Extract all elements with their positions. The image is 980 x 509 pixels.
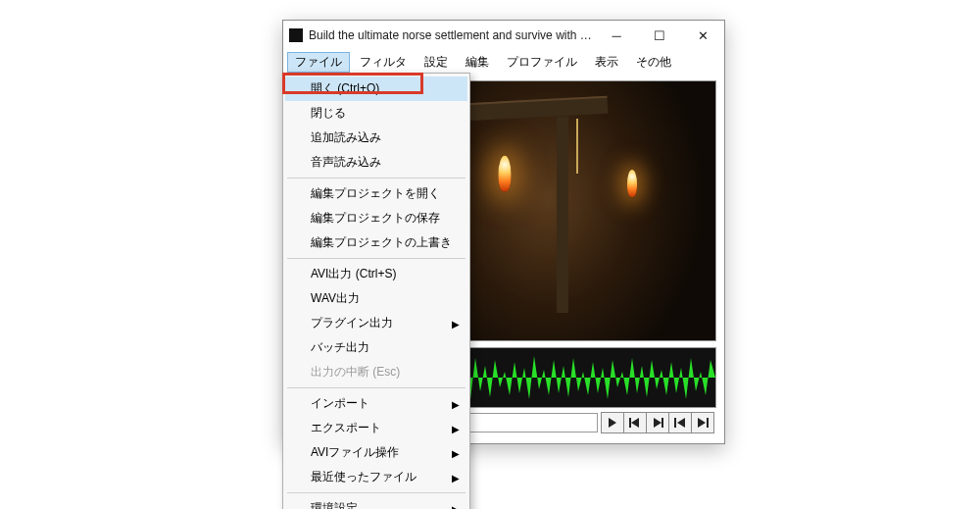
app-icon: [289, 28, 303, 42]
file-open-project[interactable]: 編集プロジェクトを開く: [285, 181, 467, 206]
svg-rect-3: [629, 418, 631, 428]
chevron-right-icon: ▶: [452, 423, 460, 433]
file-append[interactable]: 追加読み込み: [285, 126, 467, 150]
menu-profile[interactable]: プロファイル: [499, 52, 585, 73]
label: インポート: [311, 396, 369, 410]
menu-separator: [287, 387, 466, 388]
torch-icon: [627, 170, 637, 197]
playback-buttons: [602, 412, 714, 433]
minimize-button[interactable]: ─: [595, 21, 638, 50]
menu-settings[interactable]: 設定: [416, 52, 456, 73]
chevron-right-icon: ▶: [452, 503, 460, 509]
label: プラグイン出力: [311, 316, 393, 330]
step-back-button[interactable]: [623, 412, 647, 433]
step-forward-button[interactable]: [646, 412, 669, 433]
go-end-icon: [697, 418, 709, 428]
menu-file[interactable]: ファイル: [287, 52, 350, 73]
label: AVIファイル操作: [311, 445, 399, 459]
maximize-button[interactable]: ☐: [638, 21, 681, 50]
chevron-right-icon: ▶: [452, 318, 460, 329]
file-recent[interactable]: 最近使ったファイル ▶: [285, 465, 467, 489]
window-title: Build the ultimate norse settlement and …: [309, 28, 595, 42]
file-env-settings[interactable]: 環境設定 ▶: [285, 496, 467, 509]
svg-marker-4: [654, 418, 662, 428]
file-abort-output: 出力の中断 (Esc): [285, 360, 467, 384]
play-icon: [608, 418, 617, 428]
file-menu-dropdown: 開く (Ctrl+O) 閉じる 追加読み込み 音声読み込み 編集プロジェクトを開…: [282, 73, 470, 509]
chevron-right-icon: ▶: [452, 472, 460, 483]
go-end-button[interactable]: [691, 412, 714, 433]
file-audio-load[interactable]: 音声読み込み: [285, 150, 467, 175]
scene-post: [557, 117, 568, 313]
chevron-right-icon: ▶: [452, 398, 460, 409]
label: 最近使ったファイル: [311, 470, 416, 484]
file-overwrite-project[interactable]: 編集プロジェクトの上書き: [285, 230, 467, 255]
go-start-button[interactable]: [668, 412, 692, 433]
svg-rect-5: [662, 418, 663, 428]
file-save-project[interactable]: 編集プロジェクトの保存: [285, 206, 467, 230]
menu-separator: [287, 492, 466, 493]
file-wav-output[interactable]: WAV出力: [285, 286, 467, 311]
file-batch-output[interactable]: バッチ出力: [285, 335, 467, 360]
svg-marker-7: [677, 418, 685, 428]
label: エクスポート: [311, 421, 381, 434]
menu-view[interactable]: 表示: [587, 52, 626, 73]
file-plugin-output[interactable]: プラグイン出力 ▶: [285, 311, 467, 335]
menu-other[interactable]: その他: [628, 52, 679, 73]
step-forward-icon: [652, 418, 663, 428]
file-import[interactable]: インポート ▶: [285, 391, 467, 416]
chevron-right-icon: ▶: [452, 447, 460, 458]
menu-separator: [287, 258, 466, 259]
svg-marker-8: [698, 418, 706, 428]
svg-marker-1: [609, 418, 616, 428]
play-button[interactable]: [601, 412, 624, 433]
file-open[interactable]: 開く (Ctrl+O): [285, 76, 467, 101]
menu-separator: [287, 178, 466, 178]
window-buttons: ─ ☐ ✕: [595, 21, 724, 50]
close-button[interactable]: ✕: [681, 21, 724, 50]
file-avi-operations[interactable]: AVIファイル操作 ▶: [285, 440, 467, 465]
file-avi-output[interactable]: AVI出力 (Ctrl+S): [285, 262, 467, 286]
svg-rect-6: [674, 418, 676, 428]
file-export[interactable]: エクスポート ▶: [285, 416, 467, 440]
label: 環境設定: [311, 501, 358, 509]
menu-filter[interactable]: フィルタ: [352, 52, 415, 73]
menu-edit[interactable]: 編集: [458, 52, 497, 73]
step-back-icon: [629, 418, 641, 428]
scene-rope: [576, 119, 578, 174]
titlebar: Build the ultimate norse settlement and …: [283, 21, 724, 50]
file-close[interactable]: 閉じる: [285, 101, 467, 126]
torch-icon: [499, 156, 512, 191]
svg-rect-9: [707, 418, 709, 428]
go-start-icon: [674, 418, 686, 428]
svg-marker-2: [631, 418, 639, 428]
